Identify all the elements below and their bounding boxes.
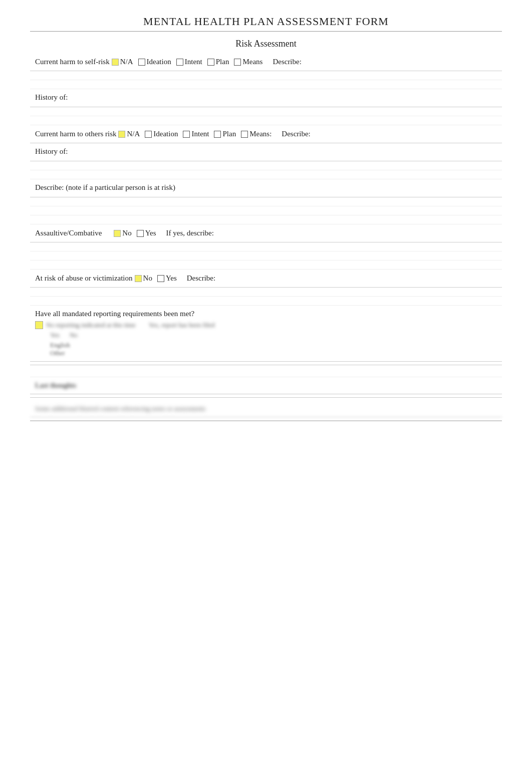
assaultive-yes-wrap: Yes	[137, 229, 156, 237]
mandated-blurred-no: No	[70, 331, 78, 339]
abuse-risk-yes-label: Yes	[166, 274, 177, 283]
bottom-blurred-text: Some additional blurred content referenc…	[35, 405, 205, 412]
assaultive-label: Assaultive/Combative	[35, 229, 102, 237]
spacer-15	[30, 368, 502, 377]
assaultive-yes-checkbox[interactable]	[137, 230, 144, 237]
others-risk-means-checkbox[interactable]	[241, 131, 248, 138]
self-risk-row: Current harm to self-risk N/A Ideation I…	[30, 53, 502, 71]
mandated-indent-2: Other	[35, 349, 497, 357]
spacer-5	[30, 161, 502, 170]
mandated-blurred-text-2: Yes, report has been filed	[149, 321, 215, 329]
spacer-8	[30, 206, 502, 215]
self-risk-checkbox-wrap: N/A	[112, 58, 133, 66]
others-risk-plan-wrap: Plan	[214, 130, 236, 138]
spacer-6	[30, 170, 502, 179]
others-risk-intent-label: Intent	[191, 130, 209, 138]
mandated-indent-1: English	[35, 341, 497, 349]
spacer-13	[30, 288, 502, 297]
abuse-risk-no-label: No	[143, 274, 152, 283]
spacer-1	[30, 71, 502, 80]
abuse-risk-row: At risk of abuse or victimization No Yes…	[30, 270, 502, 288]
others-risk-label: Current harm to others risk	[35, 130, 116, 138]
others-risk-na-checkbox[interactable]	[118, 131, 125, 138]
mandated-highlighted-checkbox[interactable]	[35, 321, 43, 329]
self-risk-means-label: Means	[242, 58, 262, 66]
self-risk-intent-label: Intent	[185, 58, 202, 66]
bottom-spacer	[30, 424, 502, 625]
last-thoughts-row: Last thoughts	[30, 377, 502, 394]
page-title: MENTAL HEALTH PLAN ASSESSMENT FORM	[30, 15, 502, 32]
spacer-10	[30, 242, 502, 251]
mandated-section: Have all mandated reporting requirements…	[30, 306, 502, 362]
others-risk-ideation-wrap: Ideation	[145, 130, 178, 138]
section-divider-2	[30, 397, 502, 398]
mandated-blurred-yes: Yes	[50, 331, 60, 339]
others-risk-means-label: Means:	[249, 130, 272, 138]
bottom-blurred-row: Some additional blurred content referenc…	[30, 401, 502, 417]
self-risk-plan-label: Plan	[216, 58, 229, 66]
assaultive-no-wrap: No	[114, 229, 131, 237]
self-risk-na-checkbox[interactable]	[112, 59, 119, 66]
spacer-12	[30, 260, 502, 270]
section-title: Risk Assessment	[30, 39, 502, 49]
abuse-risk-yes-wrap: Yes	[157, 274, 177, 283]
assaultive-no-label: No	[122, 229, 131, 237]
others-risk-means-wrap: Means:	[241, 130, 272, 138]
self-risk-ideation-label: Ideation	[147, 58, 171, 66]
spacer-11	[30, 251, 502, 260]
section-divider-3	[30, 420, 502, 421]
spacer-3	[30, 107, 502, 116]
self-risk-plan-checkbox[interactable]	[207, 59, 214, 66]
abuse-risk-yes-checkbox[interactable]	[157, 275, 164, 282]
spacer-7	[30, 197, 502, 206]
self-risk-means-wrap: Means	[234, 58, 262, 66]
mandated-options-row: No reporting indicated at this time Yes,…	[35, 321, 497, 329]
others-risk-row: Current harm to others risk N/A Ideation…	[30, 125, 502, 143]
self-risk-label: Current harm to self-risk	[35, 58, 110, 66]
self-risk-ideation-checkbox[interactable]	[138, 59, 145, 66]
assaultive-describe-label: If yes, describe:	[166, 229, 214, 237]
self-history-row: History of:	[30, 89, 502, 107]
self-risk-describe-label: Describe:	[273, 58, 301, 66]
self-risk-plan-wrap: Plan	[207, 58, 229, 66]
spacer-2	[30, 80, 502, 89]
mandated-label: Have all mandated reporting requirements…	[35, 310, 497, 318]
others-risk-na-wrap: N/A	[118, 130, 140, 138]
assaultive-row: Assaultive/Combative No Yes If yes, desc…	[30, 224, 502, 242]
self-risk-ideation-wrap: Ideation	[138, 58, 171, 66]
self-risk-na-label: N/A	[120, 58, 133, 66]
last-thoughts-label: Last thoughts	[35, 382, 76, 389]
spacer-4	[30, 116, 502, 125]
describe-person-row: Describe: (note if a particular person i…	[30, 179, 502, 197]
others-risk-plan-checkbox[interactable]	[214, 131, 221, 138]
assaultive-yes-label: Yes	[145, 229, 156, 237]
assaultive-no-checkbox[interactable]	[114, 230, 121, 237]
others-risk-describe-label: Describe:	[282, 130, 310, 138]
others-risk-ideation-checkbox[interactable]	[145, 131, 152, 138]
others-risk-intent-checkbox[interactable]	[183, 131, 190, 138]
others-risk-ideation-label: Ideation	[153, 130, 178, 138]
others-risk-plan-label: Plan	[222, 130, 236, 138]
abuse-risk-no-wrap: No	[135, 274, 152, 283]
self-risk-intent-wrap: Intent	[176, 58, 202, 66]
spacer-14	[30, 297, 502, 306]
others-history-row: History of:	[30, 143, 502, 161]
mandated-sub-row: Yes No	[50, 331, 497, 339]
abuse-risk-describe-label: Describe:	[187, 274, 215, 283]
mandated-blurred-text-1: No reporting indicated at this time	[46, 321, 136, 329]
abuse-risk-no-checkbox[interactable]	[135, 275, 142, 282]
section-divider-1	[30, 365, 502, 365]
others-risk-na-label: N/A	[127, 130, 140, 138]
others-risk-intent-wrap: Intent	[183, 130, 209, 138]
self-risk-means-checkbox[interactable]	[234, 59, 241, 66]
spacer-9	[30, 215, 502, 224]
self-risk-intent-checkbox[interactable]	[176, 59, 183, 66]
abuse-risk-label: At risk of abuse or victimization	[35, 274, 133, 283]
